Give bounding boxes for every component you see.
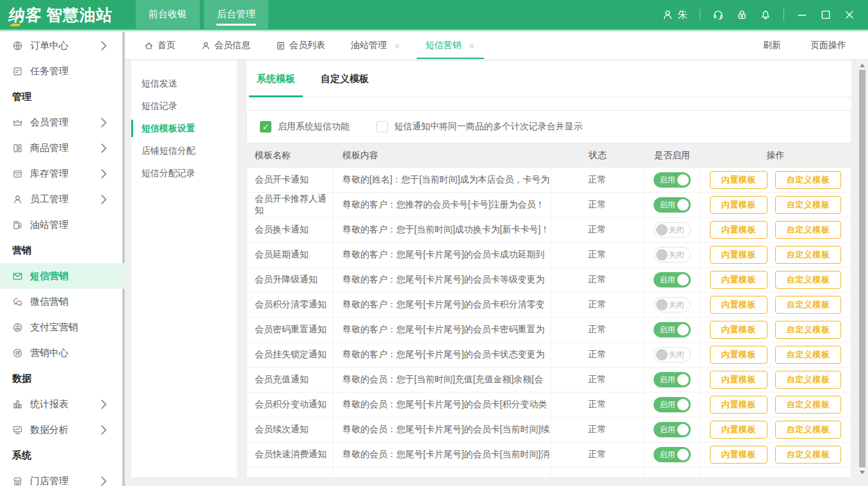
builtin-template-button[interactable]: 内置模板 (710, 171, 768, 189)
refresh-button[interactable]: 刷新 (750, 40, 781, 51)
submenu-item[interactable]: 短信发送 (131, 72, 237, 95)
sidebar-item[interactable]: 库存管理 (0, 161, 125, 186)
page-tab[interactable]: 会员列表 (263, 32, 338, 59)
checkbox-checked-icon[interactable]: ✓ (260, 121, 271, 133)
page-tab[interactable]: 会员信息 (188, 32, 263, 59)
maximize-icon[interactable] (820, 9, 832, 20)
enable-toggle[interactable]: 启用 (654, 372, 691, 387)
close-icon[interactable] (844, 9, 855, 20)
chevron-right-icon (99, 168, 109, 179)
alipay-icon (12, 322, 23, 333)
enable-toggle[interactable]: 关闭 (654, 222, 691, 238)
enable-toggle[interactable]: 启用 (654, 272, 691, 288)
enable-toggle[interactable]: 启用 (654, 172, 691, 188)
builtin-template-button[interactable]: 内置模板 (710, 296, 768, 314)
actions-cell: 内置模板自定义模板 (700, 393, 851, 417)
builtin-template-button[interactable]: 内置模板 (710, 421, 768, 439)
template-tab[interactable]: 系统模板 (257, 61, 295, 97)
sidebar-item-label: 任务管理 (30, 65, 68, 77)
sidebar-item-label: 商品管理 (30, 142, 68, 154)
tab-close-icon[interactable]: × (469, 40, 475, 51)
sidebar-item-label: 会员管理 (30, 117, 68, 129)
page-tab[interactable]: 首页 (131, 32, 188, 59)
enable-toggle[interactable]: 启用 (654, 197, 691, 213)
custom-template-button[interactable]: 自定义模板 (775, 371, 842, 389)
page-tab-label: 首页 (157, 40, 175, 51)
sidebar-item[interactable]: 短信营销 (0, 263, 125, 289)
custom-template-button[interactable]: 自定义模板 (775, 446, 842, 464)
table-row: 会员开卡通知尊敬的[姓名]：您于[当前时间]成为本店会员，卡号为正常启用内置模板… (247, 168, 851, 193)
sidebar-item[interactable]: 数据分析 (0, 417, 125, 442)
enable-toggle[interactable]: 启用 (654, 447, 691, 462)
table-row: 会员挂失锁定通知尊敬的客户：您尾号[卡片尾号]的会员卡状态变更为正常关闭内置模板… (247, 343, 851, 368)
builtin-template-button[interactable]: 内置模板 (710, 396, 768, 414)
custom-template-button[interactable]: 自定义模板 (775, 421, 842, 439)
sidebar-section-label: 数据 (0, 366, 125, 391)
enable-toggle[interactable]: 启用 (654, 422, 691, 437)
wechat-icon (12, 296, 23, 307)
vertical-scrollbar[interactable] (858, 61, 866, 477)
custom-template-button[interactable]: 自定义模板 (775, 346, 842, 364)
scrollbar-thumb[interactable] (859, 70, 865, 467)
enable-toggle[interactable]: 启用 (654, 322, 691, 337)
builtin-template-button[interactable]: 内置模板 (710, 271, 768, 289)
enable-toggle[interactable]: 关闭 (654, 297, 691, 312)
lock-icon[interactable] (736, 9, 748, 20)
sidebar-item[interactable]: 员工管理 (0, 186, 125, 212)
sidebar-item[interactable]: 营销中心 (0, 340, 125, 366)
custom-template-button[interactable]: 自定义模板 (775, 396, 842, 414)
builtin-template-button[interactable]: 内置模板 (710, 371, 768, 389)
minimize-icon[interactable] (796, 9, 808, 20)
submenu-item[interactable]: 短信记录 (131, 95, 237, 117)
custom-template-button[interactable]: 自定义模板 (775, 196, 842, 214)
page-tab[interactable]: 短信营销× (413, 32, 488, 59)
builtin-template-button[interactable]: 内置模板 (710, 246, 768, 264)
custom-template-button[interactable]: 自定义模板 (775, 271, 842, 289)
custom-template-button[interactable]: 自定义模板 (775, 296, 842, 314)
template-tab[interactable]: 自定义模板 (321, 61, 369, 97)
enable-toggle[interactable]: 关闭 (654, 347, 691, 362)
sidebar-item[interactable]: 会员管理 (0, 109, 125, 135)
sidebar-item[interactable]: 支付宝营销 (0, 314, 125, 340)
page-tab[interactable]: 油站管理× (338, 32, 413, 59)
scroll-up-arrow[interactable] (858, 61, 866, 70)
sidebar-item[interactable]: 订单中心 (0, 33, 125, 58)
builtin-template-button[interactable]: 内置模板 (710, 196, 768, 214)
tab-close-icon[interactable]: × (394, 40, 400, 51)
builtin-template-button[interactable]: 内置模板 (710, 221, 768, 239)
header-right-controls: 朱 (662, 9, 855, 21)
builtin-template-button[interactable]: 内置模板 (710, 346, 768, 364)
option-checkbox-group[interactable]: 短信通知中将同一商品的多个计次记录合并显示 (376, 121, 583, 133)
template-name-cell: 会员开卡推荐人通知 (247, 193, 334, 217)
builtin-template-button[interactable]: 内置模板 (710, 321, 768, 339)
user-menu[interactable]: 朱 (662, 9, 687, 21)
sidebar-item[interactable]: 微信营销 (0, 289, 125, 314)
enable-toggle[interactable]: 启用 (654, 397, 691, 412)
sidebar-item[interactable]: 任务管理 (0, 58, 125, 84)
template-content-cell: 尊敬的会员：您于[当前时间]充值[充值金额]余额[会 (334, 368, 551, 392)
toggle-label: 启用 (660, 425, 675, 435)
page-operations-button[interactable]: 页面操作 (798, 40, 862, 51)
submenu-item[interactable]: 短信模板设置 (131, 117, 237, 140)
custom-template-button[interactable]: 自定义模板 (775, 246, 842, 264)
custom-template-button[interactable]: 自定义模板 (775, 171, 842, 189)
custom-template-button[interactable]: 自定义模板 (775, 321, 842, 339)
scroll-down-arrow[interactable] (858, 468, 866, 477)
checkbox-unchecked-icon[interactable] (376, 121, 388, 133)
header-nav-tab[interactable]: 后台管理 (204, 0, 268, 29)
enable-cell: 启用 (644, 393, 700, 417)
toggle-knob (677, 424, 689, 435)
header-nav-tab[interactable]: 前台收银 (136, 0, 200, 29)
sidebar-item[interactable]: 商品管理 (0, 135, 125, 161)
sidebar-item[interactable]: 统计报表 (0, 391, 125, 417)
sidebar-item[interactable]: 门店管理 (0, 468, 125, 486)
option-checkbox-group[interactable]: ✓启用系统短信功能 (260, 121, 350, 133)
custom-template-button[interactable]: 自定义模板 (775, 221, 842, 239)
submenu-item[interactable]: 店铺短信分配 (131, 140, 237, 162)
enable-toggle[interactable]: 关闭 (654, 247, 691, 263)
submenu-item[interactable]: 短信分配记录 (131, 162, 237, 184)
sidebar-item[interactable]: 油站管理 (0, 212, 125, 238)
bell-icon[interactable] (760, 9, 771, 20)
headset-icon[interactable] (712, 9, 724, 20)
builtin-template-button[interactable]: 内置模板 (710, 446, 768, 464)
